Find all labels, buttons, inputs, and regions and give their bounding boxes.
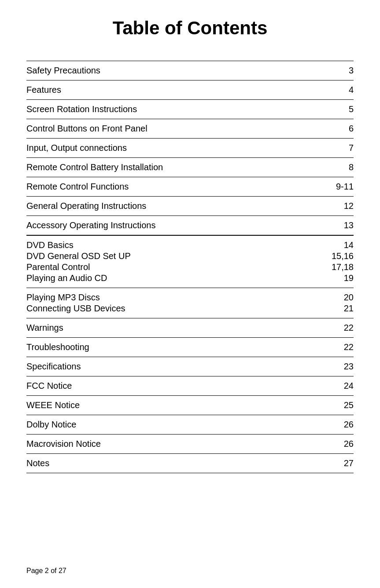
toc-group-dvd-inner: DVD Basics DVD General OSD Set UP Parent… <box>26 240 354 283</box>
toc-label-playing-audio-cd: Playing an Audio CD <box>26 273 131 283</box>
toc-page-connecting-usb: 21 <box>327 303 354 314</box>
toc-page-playing-audio-cd: 19 <box>327 273 354 283</box>
toc-page-screen-rotation: 5 <box>327 104 354 114</box>
toc-label-dolby-notice: Dolby Notice <box>26 420 327 430</box>
toc-entry-fcc-notice: FCC Notice 24 <box>26 376 354 395</box>
toc-entry-troubleshooting: Troubleshooting 22 <box>26 337 354 357</box>
toc-page-accessory-operating: 13 <box>327 220 354 230</box>
toc-page-general-operating: 12 <box>327 201 354 211</box>
toc-entry-control-buttons: Control Buttons on Front Panel 6 <box>26 119 354 138</box>
toc-page-input-output: 7 <box>327 143 354 153</box>
toc-entry-notes: Notes 27 <box>26 453 354 473</box>
toc-group-dvd-pages: 14 15,16 17,18 19 <box>327 240 354 283</box>
toc-label-features: Features <box>26 85 327 95</box>
toc-page-dvd-basics: 14 <box>327 240 354 250</box>
toc-entry-safety: Safety Precautions 3 <box>26 61 354 80</box>
toc-page-warnings: 22 <box>327 323 354 333</box>
toc-label-screen-rotation: Screen Rotation Instructions <box>26 104 327 114</box>
toc-group-mp3-usb: Playing MP3 Discs Connecting USB Devices… <box>26 288 354 318</box>
toc-label-dvd-basics: DVD Basics <box>26 240 131 250</box>
toc-label-accessory-operating: Accessory Operating Instructions <box>26 220 327 230</box>
toc-label-input-output: Input, Output connections <box>26 143 327 153</box>
toc-page-remote-functions: 9-11 <box>327 182 354 192</box>
toc-label-control-buttons: Control Buttons on Front Panel <box>26 124 327 134</box>
toc-page-troubleshooting: 22 <box>327 342 354 352</box>
toc-entry-remote-functions: Remote Control Functions 9-11 <box>26 177 354 196</box>
page-title: Table of Contents <box>26 18 354 39</box>
toc-group-mp3-usb-labels: Playing MP3 Discs Connecting USB Devices <box>26 292 125 314</box>
toc-section-2: Warnings 22 Troubleshooting 22 Specifica… <box>26 318 354 473</box>
toc-page-dvd-osd: 15,16 <box>327 251 354 261</box>
toc-page-dolby-notice: 26 <box>327 420 354 430</box>
toc-page-weee-notice: 25 <box>327 400 354 410</box>
toc-label-parental-control: Parental Control <box>26 262 131 272</box>
toc-page-safety: 3 <box>327 66 354 76</box>
toc-label-troubleshooting: Troubleshooting <box>26 342 327 352</box>
toc-page-fcc-notice: 24 <box>327 381 354 391</box>
toc-label-playing-mp3: Playing MP3 Discs <box>26 292 125 303</box>
toc-entry-specifications: Specifications 23 <box>26 357 354 376</box>
toc-page-macrovision-notice: 26 <box>327 439 354 449</box>
page-container: Table of Contents Safety Precautions 3 F… <box>0 0 380 588</box>
toc-entry-warnings: Warnings 22 <box>26 318 354 337</box>
toc-entry-accessory-operating: Accessory Operating Instructions 13 <box>26 215 354 235</box>
toc-label-macrovision-notice: Macrovision Notice <box>26 439 327 449</box>
toc-label-safety: Safety Precautions <box>26 66 327 76</box>
toc-label-weee-notice: WEEE Notice <box>26 400 327 410</box>
toc-section-1: Safety Precautions 3 Features 4 Screen R… <box>26 61 354 235</box>
toc-page-remote-battery: 8 <box>327 162 354 172</box>
toc-entry-screen-rotation: Screen Rotation Instructions 5 <box>26 99 354 119</box>
toc-group-dvd: DVD Basics DVD General OSD Set UP Parent… <box>26 235 354 288</box>
toc-page-features: 4 <box>327 85 354 95</box>
toc-page-specifications: 23 <box>327 362 354 372</box>
toc-label-notes: Notes <box>26 458 327 468</box>
toc-label-connecting-usb: Connecting USB Devices <box>26 303 125 314</box>
toc-label-specifications: Specifications <box>26 362 327 372</box>
toc-entry-weee-notice: WEEE Notice 25 <box>26 395 354 415</box>
toc-entry-macrovision-notice: Macrovision Notice 26 <box>26 434 354 453</box>
toc-page-playing-mp3: 20 <box>327 292 354 303</box>
toc-page-notes: 27 <box>327 458 354 468</box>
toc-entry-remote-battery: Remote Control Battery Installation 8 <box>26 157 354 177</box>
toc-label-dvd-osd: DVD General OSD Set UP <box>26 251 131 261</box>
toc-label-remote-battery: Remote Control Battery Installation <box>26 162 327 172</box>
toc-label-warnings: Warnings <box>26 323 327 333</box>
page-footer: Page 2 of 27 <box>26 567 66 575</box>
toc-group-dvd-labels: DVD Basics DVD General OSD Set UP Parent… <box>26 240 131 283</box>
toc-entry-features: Features 4 <box>26 80 354 99</box>
toc-group-mp3-usb-pages: 20 21 <box>327 292 354 314</box>
toc-group-mp3-usb-inner: Playing MP3 Discs Connecting USB Devices… <box>26 292 354 314</box>
toc-page-parental-control: 17,18 <box>327 262 354 272</box>
toc-entry-dolby-notice: Dolby Notice 26 <box>26 415 354 434</box>
toc-entry-general-operating: General Operating Instructions 12 <box>26 196 354 215</box>
toc-label-general-operating: General Operating Instructions <box>26 201 327 211</box>
toc-label-fcc-notice: FCC Notice <box>26 381 327 391</box>
toc-label-remote-functions: Remote Control Functions <box>26 182 327 192</box>
toc-entry-input-output: Input, Output connections 7 <box>26 138 354 157</box>
toc-page-control-buttons: 6 <box>327 124 354 134</box>
